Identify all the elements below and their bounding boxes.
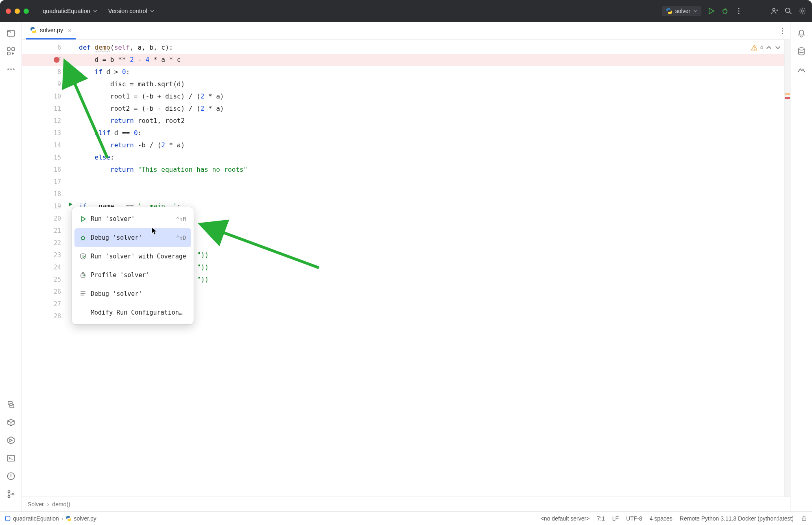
svg-point-20 [782,30,783,31]
debug-button[interactable] [721,7,729,15]
chevron-down-icon [150,9,155,13]
svg-point-22 [81,236,85,240]
svg-rect-27 [6,516,10,521]
svg-point-21 [782,33,783,34]
clock-icon [79,271,87,279]
menu-profile-solver[interactable]: Profile 'solver' [74,266,191,284]
project-tool-button[interactable] [5,28,17,38]
problems-button[interactable] [5,471,17,481]
scrollbar-error-mark [785,97,790,99]
svg-point-6 [801,10,803,12]
bug-icon [79,234,87,241]
status-interpreter[interactable]: Remote Python 3.11.3 Docker (python:late… [680,515,794,522]
run-gutter-icon[interactable] [68,201,73,207]
vcs-dropdown[interactable]: Version control [106,6,157,16]
vcs-label: Version control [108,8,147,14]
status-project[interactable]: quadraticEquation › solver.py [5,515,96,522]
svg-rect-14 [7,455,15,461]
menu-modify-config[interactable]: Modify Run Configuration… [74,303,191,322]
menu-run-coverage[interactable]: Run 'solver' with Coverage [74,247,191,266]
svg-rect-10 [7,52,10,55]
shield-icon [79,253,87,260]
svg-point-13 [13,68,14,70]
titlebar: quadraticEquation Version control solver [0,0,812,22]
scrollbar-warning-mark [785,93,790,95]
database-button[interactable] [796,46,807,56]
crumb-class[interactable]: Solver [28,501,44,508]
right-sidebar [790,22,812,511]
menu-debug-solver[interactable]: Debug 'solver' ⌃⇧D [74,228,191,247]
editor-tabs-more-button[interactable] [779,27,786,35]
svg-point-3 [738,13,739,14]
mouse-cursor-icon [151,227,158,235]
left-sidebar [0,22,22,511]
status-encoding[interactable]: UTF-8 [626,515,642,522]
vcs-button[interactable] [5,489,17,499]
minimize-window-button[interactable] [15,9,20,14]
svg-rect-28 [802,518,806,521]
settings-icon[interactable] [798,7,806,15]
menu-debug-solver-2[interactable]: Debug 'solver' [74,284,191,303]
toolbar-right: solver [662,6,806,16]
notifications-button[interactable] [796,28,807,38]
breakpoint-marker[interactable] [54,57,59,63]
project-name: quadraticEquation [43,8,90,14]
close-window-button[interactable] [6,9,11,14]
line-numbers: 6789101112131415161718192021222324252627… [22,40,66,322]
svg-point-19 [782,27,783,28]
run-config-selector[interactable]: solver [662,6,701,16]
menu-run-solver[interactable]: Run 'solver' ⌃⇧R [74,210,191,228]
run-config-label: solver [675,8,690,14]
editor-area: solver.py × 4 6789101112131415161718192 [22,22,790,511]
more-tool-button[interactable] [5,64,17,74]
svg-point-5 [786,8,790,13]
svg-point-18 [12,493,14,495]
svg-point-26 [799,48,804,50]
search-icon[interactable] [784,7,792,15]
list-icon [79,290,87,298]
svg-point-2 [738,10,739,11]
gutter[interactable]: 6789101112131415161718192021222324252627… [22,40,66,497]
svg-rect-7 [7,31,15,36]
svg-point-11 [7,68,9,70]
services-button[interactable] [5,435,17,445]
status-bar: quadraticEquation › solver.py <no defaul… [0,511,812,525]
svg-rect-8 [7,48,10,50]
terminal-button[interactable] [5,453,17,463]
file-tab-solver[interactable]: solver.py × [26,22,76,39]
close-tab-icon[interactable]: × [68,27,72,34]
packages-button[interactable] [5,418,17,427]
status-caret-pos[interactable]: 7:1 [597,515,605,522]
tab-filename: solver.py [40,27,63,33]
editor-scrollbar[interactable] [784,40,790,497]
svg-point-1 [738,8,739,9]
status-lock-icon[interactable] [801,515,807,521]
svg-point-12 [10,68,11,70]
main-area: solver.py × 4 6789101112131415161718192 [0,22,812,511]
python-icon [30,27,37,33]
sciview-button[interactable] [796,64,807,74]
svg-point-4 [773,8,775,11]
status-server[interactable]: <no default server> [541,515,590,522]
breadcrumbs[interactable]: Solver › demo() [22,497,790,511]
crumb-separator: › [47,501,49,508]
crumb-method[interactable]: demo() [52,501,70,508]
code-editor[interactable]: 4 67891011121314151617181920212223242526… [22,40,790,497]
maximize-window-button[interactable] [24,9,29,14]
svg-point-17 [8,496,10,498]
module-icon [5,516,11,521]
svg-rect-9 [12,48,15,50]
python-console-button[interactable] [5,400,17,409]
run-context-menu: Run 'solver' ⌃⇧R Debug 'solver' ⌃⇧D Run … [72,207,194,325]
status-indent[interactable]: 4 spaces [650,515,672,522]
project-dropdown[interactable]: quadraticEquation [40,6,100,16]
more-actions-button[interactable] [735,7,743,15]
editor-tabs: solver.py × [22,22,790,40]
status-line-sep[interactable]: LF [612,515,619,522]
play-icon [79,215,87,223]
chevron-down-icon [693,9,697,13]
chevron-down-icon [93,9,98,13]
run-button[interactable] [707,7,715,15]
collab-icon[interactable] [771,7,779,15]
structure-tool-button[interactable] [5,46,17,56]
